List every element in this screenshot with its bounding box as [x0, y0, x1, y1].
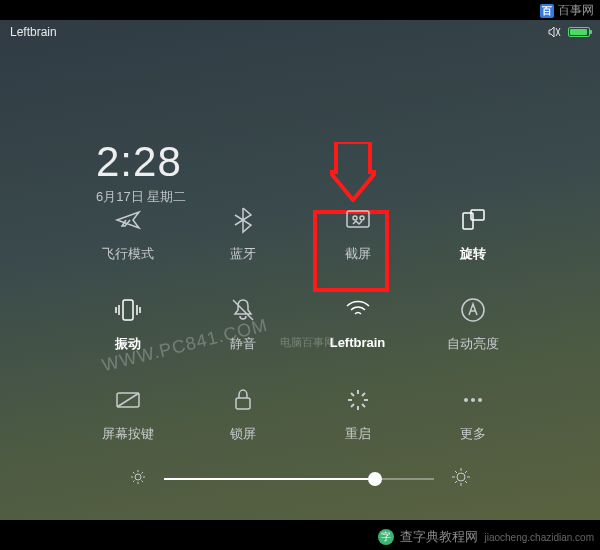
source-bottom-url: jiaocheng.chazidian.com: [484, 532, 594, 543]
status-right: [548, 26, 590, 38]
tile-label: 锁屏: [230, 425, 256, 443]
wifi-icon: [343, 295, 373, 325]
tile-bluetooth[interactable]: 蓝牙: [185, 205, 300, 263]
tile-more[interactable]: 更多: [415, 385, 530, 443]
auto-brightness-icon: [458, 295, 488, 325]
svg-point-2: [360, 216, 364, 220]
svg-rect-5: [123, 300, 133, 320]
status-bar: Leftbrain: [0, 20, 600, 44]
svg-rect-0: [347, 211, 369, 227]
tile-vibrate[interactable]: 振动: [70, 295, 185, 353]
brightness-thumb[interactable]: [368, 472, 382, 486]
tile-label: 蓝牙: [230, 245, 256, 263]
tile-label: 更多: [460, 425, 486, 443]
source-watermark-top: 百 百事网: [540, 2, 594, 19]
screenshot-icon: [343, 205, 373, 235]
quick-settings-grid: 飞行模式 蓝牙 截屏 旋转 振动: [70, 205, 530, 443]
source-logo-icon: 百: [540, 4, 554, 18]
tile-rotation[interactable]: 旋转: [415, 205, 530, 263]
tile-label: 飞行模式: [102, 245, 154, 263]
clock-date: 6月17日 星期二: [96, 188, 186, 206]
tile-label: Leftbrain: [330, 335, 386, 350]
source-bottom-logo-icon: 字: [378, 529, 394, 545]
bluetooth-icon: [228, 205, 258, 235]
tile-label: 屏幕按键: [102, 425, 154, 443]
mute-icon: [228, 295, 258, 325]
silent-mode-icon: [548, 26, 562, 38]
tile-auto-brightness[interactable]: 自动亮度: [415, 295, 530, 353]
tile-wifi[interactable]: Leftbrain: [300, 295, 415, 353]
svg-point-11: [478, 398, 482, 402]
vibrate-icon: [113, 295, 143, 325]
source-watermark-bottom: 字 查字典教程网 jiaocheng.chazidian.com: [378, 528, 594, 546]
battery-icon: [568, 27, 590, 37]
tile-mute[interactable]: 静音: [185, 295, 300, 353]
softkeys-icon: [113, 385, 143, 415]
svg-point-1: [353, 216, 357, 220]
more-icon: [458, 385, 488, 415]
tile-label: 自动亮度: [447, 335, 499, 353]
brightness-slider[interactable]: [164, 478, 434, 480]
tile-label: 静音: [230, 335, 256, 353]
lock-icon: [228, 385, 258, 415]
status-left-label: Leftbrain: [10, 25, 57, 39]
brightness-high-icon: [452, 468, 470, 490]
reboot-icon: [343, 385, 373, 415]
tile-screenshot[interactable]: 截屏: [300, 205, 415, 263]
tile-reboot[interactable]: 重启: [300, 385, 415, 443]
tile-label: 截屏: [345, 245, 371, 263]
tile-label: 重启: [345, 425, 371, 443]
tile-softkeys[interactable]: 屏幕按键: [70, 385, 185, 443]
tile-airplane-mode[interactable]: 飞行模式: [70, 205, 185, 263]
clock-time: 2:28: [96, 138, 186, 186]
annotation-arrow-icon: [330, 142, 376, 202]
brightness-fill: [164, 478, 375, 480]
tile-lockscreen[interactable]: 锁屏: [185, 385, 300, 443]
svg-rect-8: [236, 398, 250, 409]
brightness-slider-row: [130, 468, 470, 490]
clock-block: 2:28 6月17日 星期二: [96, 138, 186, 206]
brightness-low-icon: [130, 469, 146, 489]
tile-label: 振动: [115, 335, 141, 353]
airplane-icon: [113, 205, 143, 235]
rotation-icon: [458, 205, 488, 235]
source-bottom-label: 查字典教程网: [400, 528, 478, 546]
svg-point-9: [464, 398, 468, 402]
tile-label: 旋转: [460, 245, 486, 263]
svg-point-12: [135, 474, 141, 480]
svg-point-13: [457, 473, 465, 481]
source-watermark-label: 百事网: [558, 2, 594, 19]
screenshot-frame: Leftbrain 2:28 6月17日 星期二 飞行模式 蓝牙: [0, 20, 600, 520]
svg-point-10: [471, 398, 475, 402]
